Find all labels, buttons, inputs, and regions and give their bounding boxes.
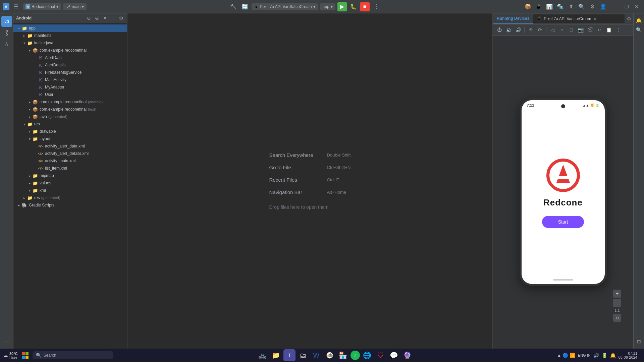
sidebar-icon-project[interactable]: 🗂: [1, 16, 12, 27]
tree-item-drawable[interactable]: ▸ 📁 drawable: [13, 128, 127, 135]
rd-home-icon[interactable]: ○: [558, 26, 566, 34]
avatar-icon[interactable]: 👤: [598, 2, 608, 11]
rd-volume-down-icon[interactable]: 🔉: [505, 26, 513, 34]
profiler-icon[interactable]: 📊: [545, 2, 554, 11]
taskbar-app-explorer[interactable]: 🗂: [297, 349, 309, 361]
tree-item-activity-main-xml[interactable]: </> activity_main.xml: [13, 157, 127, 165]
tree-item-xml[interactable]: ▸ 📁 xml: [13, 187, 127, 194]
rd-header-settings[interactable]: ⚙: [625, 14, 633, 23]
tree-item-java-gen[interactable]: ▸ 📦 java (generated): [13, 113, 127, 120]
update-icon[interactable]: ⬆: [566, 2, 576, 11]
tree-item-manifests[interactable]: ▸ 📁 manifests: [13, 32, 127, 39]
project-selector[interactable]: R Redconefinal: [23, 3, 61, 10]
taskbar-start-button[interactable]: [19, 349, 31, 361]
taskbar-app-teams[interactable]: T: [283, 349, 296, 361]
module-selector[interactable]: app: [320, 3, 335, 10]
taskbar-app-spotify[interactable]: ♪: [351, 351, 360, 360]
tree-item-list-item-xml[interactable]: </> list_item.xml: [13, 165, 127, 172]
taskbar-app-bike[interactable]: 🚲: [257, 349, 269, 361]
stop-button[interactable]: ■: [360, 2, 370, 11]
rd-square-icon[interactable]: □: [567, 26, 575, 34]
taskbar-app-defender[interactable]: 🛡: [375, 349, 387, 361]
tree-item-user[interactable]: K User: [13, 91, 127, 98]
panel-settings[interactable]: ⋮: [110, 15, 116, 21]
tree-item-alert-data[interactable]: K AlertData: [13, 54, 127, 61]
rd-undo-icon[interactable]: ↩: [595, 26, 603, 34]
rp-layout-icon[interactable]: ⊡: [635, 337, 643, 346]
sidebar-icon-more[interactable]: …: [1, 335, 12, 346]
run-config-selector[interactable]: 📱 Pixel 7a API VanillaIceCream: [252, 3, 318, 10]
close-button[interactable]: ✕: [632, 2, 641, 11]
panel-close[interactable]: ✕: [102, 15, 108, 21]
restore-button[interactable]: ❐: [622, 2, 631, 11]
taskbar-search[interactable]: 🔍 Search: [33, 351, 113, 359]
sys-icon-up[interactable]: ▲: [557, 353, 561, 358]
build-analyzer-icon[interactable]: 🔩: [555, 2, 565, 11]
zoom-in-button[interactable]: +: [613, 290, 621, 298]
tree-item-kotlin-java[interactable]: ▾ 📁 kotlin+java: [13, 39, 127, 47]
tree-item-my-adapter[interactable]: K MyAdapter: [13, 83, 127, 91]
taskbar-app-files[interactable]: 📁: [270, 349, 282, 361]
editor-area[interactable]: Search Everywhere Double Shift Go to Fil…: [127, 13, 492, 349]
panel-collapse-all[interactable]: ⊖: [94, 15, 100, 21]
rp-inspect-icon[interactable]: 🔍: [635, 25, 643, 34]
rd-tab-running-devices[interactable]: Running Devices: [493, 13, 533, 24]
sys-lang[interactable]: ENG IN: [578, 353, 591, 357]
rd-clipboard-icon[interactable]: 📋: [605, 26, 613, 34]
tree-item-activity-alert-details-xml[interactable]: </> activity_alert_details.xml: [13, 150, 127, 157]
sys-battery-full[interactable]: 🔋: [602, 353, 607, 358]
tree-item-app[interactable]: ▾ 📁 app: [13, 24, 127, 32]
zoom-out-button[interactable]: −: [613, 299, 621, 307]
hamburger-menu[interactable]: ☰: [11, 2, 21, 11]
sidebar-icon-merge[interactable]: ⑃: [1, 39, 12, 50]
tree-item-alert-details[interactable]: K AlertDetails: [13, 61, 127, 69]
rd-more-icon[interactable]: ⋮: [614, 26, 622, 34]
sync-icon[interactable]: 🔄: [240, 2, 250, 11]
rd-screenshot-icon[interactable]: 📷: [577, 26, 585, 34]
tree-item-com-android[interactable]: ▸ 📦 com.example.redconefinal (android): [13, 98, 127, 106]
taskbar-clock[interactable]: 07:11 03-06-2024: [619, 351, 637, 359]
settings-icon[interactable]: ⚙: [588, 2, 597, 11]
tree-item-values[interactable]: ▸ 📁 values: [13, 179, 127, 187]
tree-item-gradle[interactable]: ▸ 🐘 Gradle Scripts: [13, 201, 127, 209]
rd-volume-up-icon[interactable]: 🔊: [514, 26, 522, 34]
sys-icon-network[interactable]: 🔵: [562, 353, 568, 358]
sidebar-icon-vcs[interactable]: [1, 27, 12, 38]
phone-start-button[interactable]: Start: [542, 216, 584, 228]
rd-power-icon[interactable]: ⏻: [495, 26, 503, 34]
tree-item-mipmap[interactable]: ▸ 📁 mipmap: [13, 172, 127, 179]
tree-item-com-main[interactable]: ▾ 📦 com.example.redconefinal: [13, 47, 127, 54]
rd-rotate-right-icon[interactable]: ⟳: [536, 26, 544, 34]
run-button[interactable]: ▶: [337, 2, 347, 11]
search-everywhere-icon[interactable]: 🔍: [577, 2, 586, 11]
minimize-button[interactable]: ─: [612, 2, 621, 11]
taskbar-app-store[interactable]: 🏪: [337, 349, 349, 361]
panel-gear[interactable]: ⚙: [118, 15, 124, 21]
more-run-options[interactable]: ⋮: [372, 2, 381, 11]
taskbar-app-whatsapp[interactable]: 💬: [388, 349, 400, 361]
sys-notification[interactable]: 🔔: [610, 353, 616, 358]
branch-selector[interactable]: ⎇ main: [63, 3, 87, 10]
rd-device-tab-pixel[interactable]: 📱 Pixel 7a API Van...eCream ✕: [533, 14, 600, 23]
tree-item-activity-alert-data-xml[interactable]: </> activity_alert_data.xml: [13, 142, 127, 150]
taskbar-app-extra[interactable]: 🔮: [401, 349, 414, 361]
sys-volume[interactable]: 🔊: [593, 353, 599, 358]
avd-manager-icon[interactable]: 📱: [534, 2, 543, 11]
rd-back-icon[interactable]: ◁: [548, 26, 556, 34]
taskbar-app-word[interactable]: W: [310, 349, 322, 361]
debug-button[interactable]: 🐛: [349, 2, 358, 11]
tree-item-layout[interactable]: ▾ 📁 layout: [13, 135, 127, 142]
device-tab-close[interactable]: ✕: [593, 17, 596, 21]
tree-item-res[interactable]: ▾ 📁 res: [13, 120, 127, 128]
sys-icon-wifi[interactable]: 📶: [570, 353, 575, 358]
tree-item-firebase[interactable]: K FirebaseMsgService: [13, 69, 127, 76]
rp-notifications-icon[interactable]: 🔔: [635, 16, 643, 25]
fit-screen-button[interactable]: ⊡: [613, 314, 621, 322]
tree-item-res-gen[interactable]: ▸ 📁 res (generated): [13, 194, 127, 201]
rd-camera-icon[interactable]: 🎬: [586, 26, 594, 34]
taskbar-app-edge[interactable]: 🌐: [361, 349, 373, 361]
show-desktop-button[interactable]: [640, 350, 641, 361]
rd-rotate-left-icon[interactable]: ⟲: [527, 26, 535, 34]
sdk-manager-icon[interactable]: 📦: [523, 2, 533, 11]
make-icon[interactable]: 🔨: [229, 2, 238, 11]
